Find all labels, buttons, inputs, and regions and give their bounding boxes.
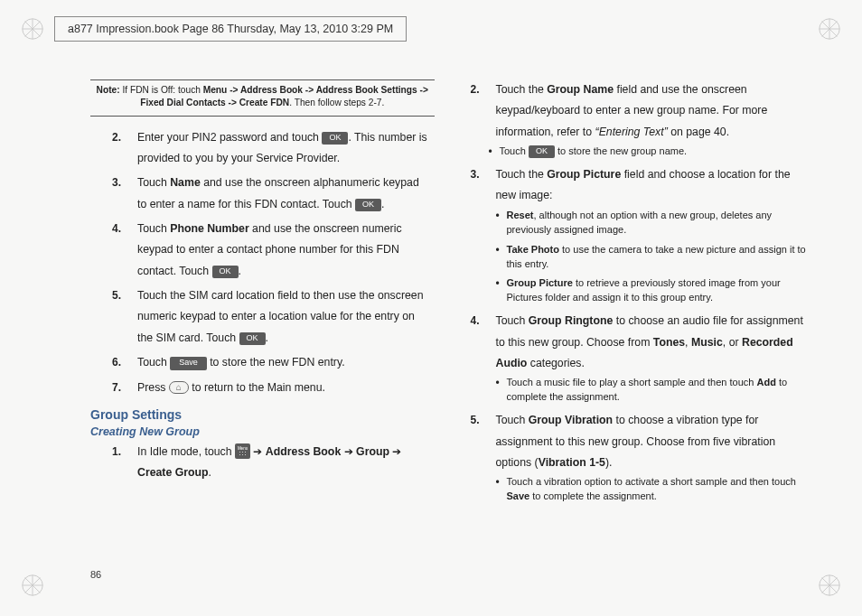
step-text: ). [605, 456, 613, 469]
right-column: 2. Touch the Group Name field and use th… [469, 79, 813, 562]
step-number: 5. [112, 285, 121, 306]
opt-save: Save [507, 490, 530, 501]
opt-vibration: Vibration 1-5 [539, 456, 605, 469]
step-7: 7. Press to return to the Main menu. [137, 378, 435, 398]
step-number: 3. [112, 173, 121, 193]
step-text: Touch the SIM card location field to the… [137, 289, 424, 344]
right-step-2: 2. Touch the Group Name field and use th… [496, 79, 813, 159]
step-text: . [209, 466, 211, 479]
bullet-text: Touch a vibration option to activate a s… [507, 476, 796, 487]
corner-decoration-icon [817, 573, 842, 598]
arrow-icon: ➔ [341, 445, 356, 458]
bullet-store-name: Touch OK to store the new group name. [500, 145, 810, 159]
step-text: Press [137, 381, 169, 394]
note-label: Note: [97, 85, 120, 95]
ok-button-icon: OK [239, 332, 266, 345]
step-text: Touch the [496, 168, 548, 181]
right-step-5: 5. Touch Group Vibration to choose a vib… [496, 410, 813, 504]
menu-key-icon [235, 443, 250, 459]
step-5: 5. Touch the SIM card location field to … [137, 285, 435, 349]
path-create-group: Create Group [137, 466, 209, 479]
ok-button-icon: OK [529, 145, 555, 158]
step-text: Touch the [496, 83, 548, 96]
bullet-text: to store the new group name. [555, 145, 687, 156]
opt-add: Add [757, 377, 776, 387]
step-text: . [239, 265, 241, 277]
step-1-create-group: 1. In Idle mode, touch ➔ Address Book ➔ … [137, 442, 435, 484]
field-group-picture: Group Picture [547, 168, 621, 181]
step-4: 4. Touch Phone Number and use the onscre… [137, 219, 435, 282]
field-group-name: Group Name [547, 83, 614, 96]
right-step-3: 3. Touch the Group Picture field and cho… [496, 164, 813, 305]
corner-decoration-icon [817, 16, 842, 42]
page-header: a877 Impression.book Page 86 Thursday, M… [54, 16, 407, 42]
arrow-icon: ➔ [250, 445, 266, 458]
opt-group-picture: Group Picture [507, 277, 573, 288]
step-text: categories. [527, 357, 585, 369]
right-step-4: 4. Touch Group Ringtone to choose an aud… [496, 311, 813, 405]
note-text1: If FDN is Off: touch [120, 85, 203, 95]
step-text: Touch [137, 356, 170, 369]
ok-button-icon: OK [322, 132, 348, 145]
step-text: to return to the Main menu. [189, 381, 325, 394]
step-text: In Idle mode, touch [137, 445, 235, 458]
opt-take-photo: Take Photo [507, 244, 559, 255]
step-text: Enter your PIN2 password and touch [137, 131, 322, 144]
step-text: Touch [496, 414, 529, 426]
step-text: Touch [137, 176, 170, 189]
ok-button-icon: OK [355, 199, 381, 211]
step-2: 2. Enter your PIN2 password and touch OK… [137, 127, 435, 170]
step-text: . [381, 198, 384, 210]
field-group-ringtone: Group Ringtone [529, 314, 614, 327]
corner-decoration-icon [20, 16, 45, 42]
bullet-vibration-save: Touch a vibration option to activate a s… [507, 475, 810, 504]
note-text2: . Then follow steps 2-7. [289, 98, 384, 107]
ok-button-icon: OK [212, 266, 239, 278]
steps-list: 2. Enter your PIN2 password and touch OK… [90, 127, 435, 398]
note-box: Note: If FDN is Off: touch Menu -> Addre… [90, 79, 435, 117]
corner-decoration-icon [20, 573, 45, 598]
step-number: 2. [471, 79, 480, 100]
page-number: 86 [90, 569, 101, 580]
left-column: Note: If FDN is Off: touch Menu -> Addre… [90, 79, 435, 562]
bullet-text: Touch a music file to play a short sampl… [507, 377, 757, 387]
xref-entering-text: “Entering Text” [595, 126, 668, 138]
bullet-text: Touch [500, 145, 529, 156]
bullet-reset: Reset, although not an option with a new… [507, 209, 810, 238]
home-key-icon [169, 381, 189, 394]
step-number: 2. [112, 127, 121, 148]
bullet-add-music: Touch a music file to play a short sampl… [507, 376, 810, 405]
sep: , [685, 336, 691, 349]
sep: , or [723, 336, 742, 349]
step-number: 4. [471, 311, 480, 331]
opt-reset: Reset [507, 210, 534, 220]
bullet-group-picture: Group Picture to retrieve a previously s… [507, 276, 810, 305]
steps-list-2: 1. In Idle mode, touch ➔ Address Book ➔ … [90, 442, 435, 484]
step-6: 6. Touch Save to store the new FDN entry… [137, 352, 435, 373]
step-number: 4. [112, 219, 121, 239]
section-heading-group-settings: Group Settings [90, 407, 435, 422]
step-text: to store the new FDN entry. [207, 356, 345, 369]
field-group-vibration: Group Vibration [529, 414, 613, 426]
path-address-book: Address Book [266, 445, 341, 458]
step-number: 1. [112, 442, 121, 462]
step-text: Touch [137, 222, 170, 235]
opt-tones: Tones [653, 336, 685, 349]
opt-music: Music [691, 336, 723, 349]
step-text: on page 40. [668, 126, 729, 138]
field-name: Name [170, 176, 201, 189]
step-number: 6. [112, 352, 121, 373]
section-subheading-creating-group: Creating New Group [90, 425, 435, 438]
bullet-text: , although not an option with a new grou… [507, 210, 773, 235]
path-group: Group [356, 445, 389, 458]
save-button-icon: Save [170, 357, 207, 369]
bullet-text: to complete the assignment. [529, 490, 657, 501]
step-3: 3. Touch Name and use the onscreen alpha… [137, 173, 435, 215]
bullet-take-photo: Take Photo to use the camera to take a n… [507, 243, 810, 272]
step-number: 3. [471, 164, 480, 185]
step-text: Touch [496, 314, 529, 327]
step-text: . [266, 331, 268, 344]
field-phone-number: Phone Number [170, 222, 248, 235]
arrow-icon: ➔ [389, 445, 401, 458]
step-number: 7. [112, 378, 121, 398]
